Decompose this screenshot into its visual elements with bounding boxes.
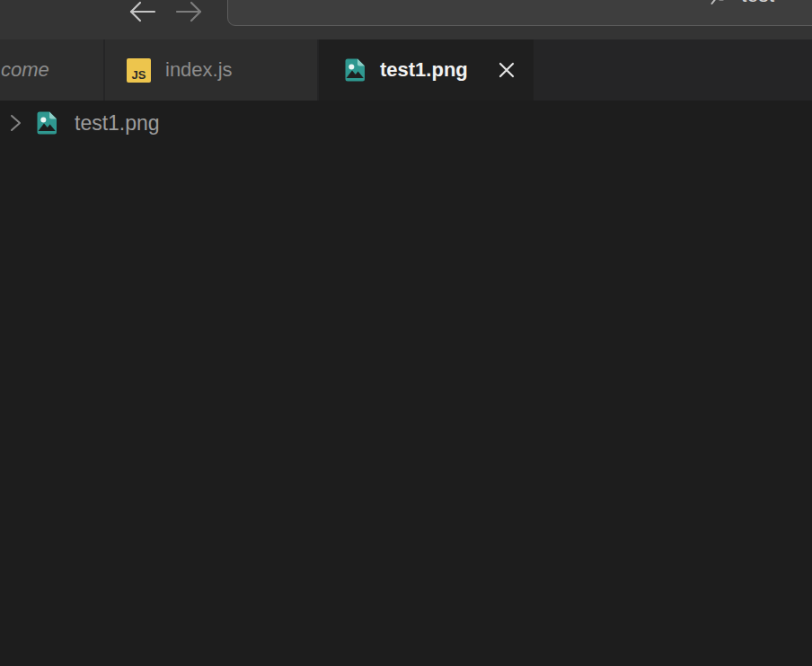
search-icon (710, 0, 733, 10)
command-center-content: test (710, 0, 774, 10)
history-back-button[interactable] (127, 0, 157, 23)
tab-index-js[interactable]: JS index.js (105, 39, 319, 101)
js-file-icon: JS (127, 58, 151, 83)
command-center-search-box[interactable]: test (227, 0, 812, 26)
tab-welcome[interactable]: come (0, 39, 105, 101)
close-icon (493, 57, 520, 83)
arrow-left-icon (131, 3, 154, 21)
tab-label: index.js (165, 58, 233, 82)
tab-label: come (1, 58, 49, 82)
command-center-query: test (741, 0, 774, 6)
tab-test1-png[interactable]: test1.png (319, 39, 534, 101)
editor-tab-bar: come JS index.js test1.png (0, 39, 812, 101)
image-file-icon (342, 57, 367, 83)
history-forward-button[interactable] (174, 0, 205, 23)
breadcrumb: test1.png (0, 101, 812, 145)
chevron-right-icon (7, 112, 23, 134)
tab-close-button[interactable] (493, 57, 520, 83)
arrow-right-icon (177, 3, 200, 21)
title-bar: test (0, 0, 812, 39)
editor-viewport[interactable] (0, 145, 812, 666)
breadcrumb-label: test1.png (75, 111, 160, 136)
breadcrumb-item-test1-png[interactable]: test1.png (34, 110, 160, 136)
vscode-window: test come JS index.js test1.png (0, 0, 812, 666)
tab-label: test1.png (380, 58, 468, 82)
image-file-icon (34, 110, 59, 136)
